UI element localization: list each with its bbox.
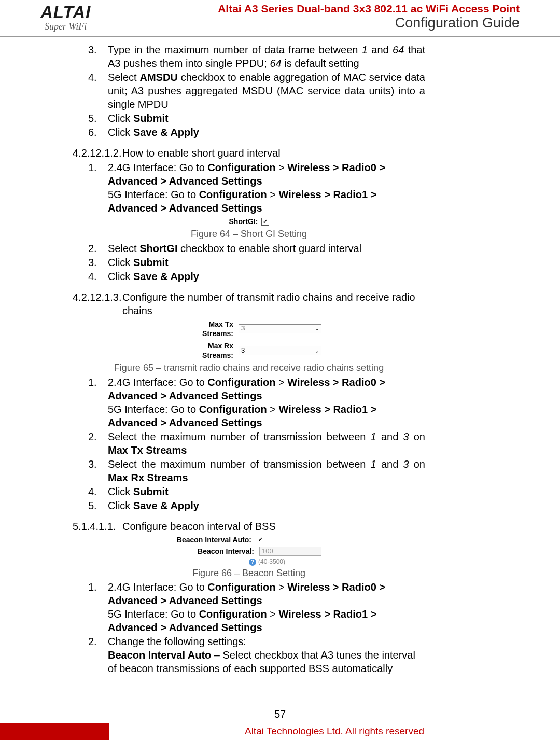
footer-accent xyxy=(0,723,109,740)
footer-text: Altai Technologies Ltd. All rights reser… xyxy=(109,723,560,740)
max-tx-streams-select[interactable]: 3⌄ xyxy=(239,324,321,333)
list-item: 1. 2.4G Interface: Go to Configuration >… xyxy=(88,580,425,634)
figure-label: Beacon Interval Auto: xyxy=(174,535,251,544)
item-number: 2. xyxy=(88,242,97,255)
text-bold: Configuration xyxy=(207,162,275,173)
text: > xyxy=(275,162,287,173)
text-bold: Configuration xyxy=(199,608,267,620)
text: Type in the maximum number of data frame… xyxy=(108,44,362,55)
beacon-interval-input[interactable]: 100 xyxy=(259,547,321,556)
text: 5G Interface: Go to xyxy=(108,403,199,415)
item-number: 1. xyxy=(88,375,97,389)
text: 2.4G Interface: Go to xyxy=(108,581,207,593)
text-bold: Save & Apply xyxy=(133,500,199,511)
section-heading: 5.1.4.1.1.Configure beacon interval of B… xyxy=(73,520,425,533)
figure-label: ShortGI: xyxy=(229,217,258,226)
footer-bar: Altai Technologies Ltd. All rights reser… xyxy=(0,723,560,740)
figure-caption: Figure 65 – transmit radio chains and re… xyxy=(73,362,425,374)
section-heading: 4.2.12.1.2.How to enable short guard int… xyxy=(73,146,425,160)
text-em: 64 xyxy=(393,44,404,55)
text-bold: Beacon Interval Auto xyxy=(108,649,211,661)
item-number: 1. xyxy=(88,580,97,594)
text: on xyxy=(409,458,425,470)
item-number: 3. xyxy=(88,43,97,57)
shortgi-checkbox[interactable]: ✓ xyxy=(261,218,269,226)
list-item: 5. Click Submit xyxy=(88,111,425,125)
text-em: 1 xyxy=(371,458,376,470)
text: checkbox to enable short guard interval xyxy=(178,243,362,254)
item-number: 4. xyxy=(88,270,97,283)
list-item: 4. Click Submit xyxy=(88,485,425,498)
list-section-d: 1. 2.4G Interface: Go to Configuration >… xyxy=(73,580,425,675)
figure-label: Max Tx Streams: xyxy=(176,319,233,338)
item-number: 5. xyxy=(88,499,97,512)
text-bold: Configuration xyxy=(207,376,275,388)
text: 2.4G Interface: Go to xyxy=(108,376,207,388)
text: and xyxy=(368,44,393,55)
figure-rx-streams: Max Rx Streams: 3⌄ xyxy=(73,341,425,360)
figure-shortgi: ShortGI: ✓ xyxy=(73,217,425,226)
beacon-auto-checkbox[interactable]: ✓ xyxy=(257,536,264,543)
text-em: 1 xyxy=(362,44,368,55)
figure-label: Beacon Interval: xyxy=(176,547,254,556)
text-bold: Configuration xyxy=(207,581,275,593)
list-section-a: 3. Type in the maximum number of data fr… xyxy=(73,43,425,139)
page-number: 57 xyxy=(0,708,560,723)
item-number: 2. xyxy=(88,430,97,443)
figure-caption: Figure 64 – Short GI Setting xyxy=(73,228,425,240)
text: Select xyxy=(108,243,139,254)
select-value: 3 xyxy=(241,324,245,333)
figure-label: Max Rx Streams: xyxy=(176,341,233,360)
text: > xyxy=(267,403,279,415)
max-rx-streams-select[interactable]: 3⌄ xyxy=(239,346,321,355)
text: > xyxy=(267,189,279,200)
item-number: 3. xyxy=(88,256,97,269)
item-number: 3. xyxy=(88,457,97,471)
text-bold: Submit xyxy=(133,113,169,124)
text: Select xyxy=(108,72,139,83)
logo: ALTAI Super WiFi xyxy=(40,3,91,32)
text-bold: Save & Apply xyxy=(133,127,199,138)
figure-beacon-hint: ? (40-3500) xyxy=(109,558,425,566)
section-title: Configure the number of transmit radio c… xyxy=(122,290,423,317)
text-bold: Configuration xyxy=(199,403,267,415)
help-icon: ? xyxy=(249,559,256,566)
list-item: 2. Select ShortGI checkbox to enable sho… xyxy=(88,242,425,255)
list-section-c: 1. 2.4G Interface: Go to Configuration >… xyxy=(73,375,425,512)
doc-subtitle: Configuration Guide xyxy=(218,15,520,31)
list-section-b-2: 2. Select ShortGI checkbox to enable sho… xyxy=(73,242,425,283)
list-item: 3. Select the maximum number of transmis… xyxy=(88,457,425,484)
list-item: 1. 2.4G Interface: Go to Configuration >… xyxy=(88,161,425,215)
section-heading: 4.2.12.1.3.Configure the number of trans… xyxy=(73,290,425,317)
list-item: 4. Click Save & Apply xyxy=(88,270,425,283)
text: 2.4G Interface: Go to xyxy=(108,162,207,173)
section-title: Configure beacon interval of BSS xyxy=(122,520,423,533)
text-bold: Max Rx Streams xyxy=(108,472,188,483)
text-bold: Save & Apply xyxy=(133,271,199,282)
text-em: 64 xyxy=(270,58,281,69)
section-number: 5.1.4.1.1. xyxy=(73,520,122,533)
figure-beacon-interval: Beacon Interval: 100 xyxy=(73,547,425,556)
select-value: 3 xyxy=(241,346,245,355)
text-bold: Configuration xyxy=(199,189,267,200)
text: Select the maximum number of transmissio… xyxy=(108,431,371,442)
text: Click xyxy=(108,127,133,138)
text-bold: Submit xyxy=(133,257,169,268)
section-number: 4.2.12.1.2. xyxy=(73,146,122,160)
text: Click xyxy=(108,271,133,282)
list-item: 1. 2.4G Interface: Go to Configuration >… xyxy=(88,375,425,429)
list-section-b: 1. 2.4G Interface: Go to Configuration >… xyxy=(73,161,425,215)
text-bold: ShortGI xyxy=(139,243,177,254)
text: 5G Interface: Go to xyxy=(108,189,199,200)
list-item: 4. Select AMSDU checkbox to enable aggre… xyxy=(88,71,425,111)
text: Select the maximum number of transmissio… xyxy=(108,458,371,470)
text: Click xyxy=(108,486,133,497)
list-item: 2. Select the maximum number of transmis… xyxy=(88,430,425,457)
list-item: 5. Click Save & Apply xyxy=(88,499,425,512)
text: on xyxy=(409,431,425,442)
text: > xyxy=(275,581,287,593)
item-number: 2. xyxy=(88,635,97,648)
chevron-down-icon: ⌄ xyxy=(313,325,319,332)
text-bold: Submit xyxy=(133,486,169,497)
section-title: How to enable short guard interval xyxy=(122,146,423,160)
